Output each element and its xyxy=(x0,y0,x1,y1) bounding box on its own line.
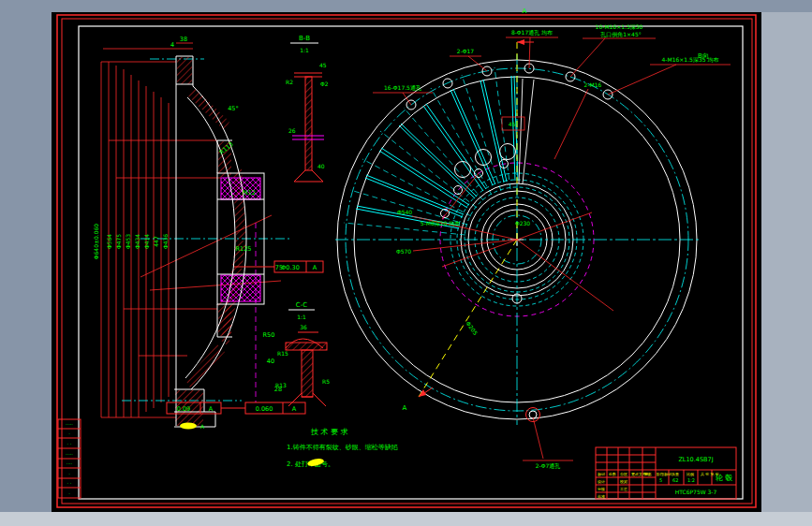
section-letter: A xyxy=(403,404,407,412)
dim-label: Φ230 xyxy=(515,220,530,226)
dim-label: Φ414 xyxy=(143,234,150,249)
section-title: C-C xyxy=(296,301,307,309)
dim-label: R50 xyxy=(263,331,275,339)
dim-label: R5 xyxy=(322,378,330,385)
hole-note: 4-M16×1.5深35 均布 xyxy=(662,56,719,63)
fcf-datum: A xyxy=(209,405,214,413)
dim-label: 45° xyxy=(228,105,239,112)
fcf-datum: A xyxy=(292,405,297,413)
dim-label: 26 xyxy=(288,127,296,134)
tb-scale: 1:2 xyxy=(687,477,695,483)
rev-row: ····· xyxy=(66,451,73,457)
hole-note: 2-M16 xyxy=(584,81,602,88)
dim-label: 40 xyxy=(317,163,325,169)
section-scale: 1:1 xyxy=(300,47,309,53)
dim-label: R2 xyxy=(286,79,293,85)
hole-note: 16-Φ17.5通孔 xyxy=(384,84,421,92)
dim-label: 4 xyxy=(170,41,174,49)
tb-field: 批准 xyxy=(598,494,605,499)
drawing-code: HTC6P75W 3-7 xyxy=(675,489,717,495)
dim-label: Φ570 xyxy=(396,248,411,255)
section-title: B-B xyxy=(299,35,310,42)
tb-field: 设计 xyxy=(598,479,605,484)
section-letter: A xyxy=(523,7,527,15)
tb-mass: 62 xyxy=(672,477,678,483)
hole-note: 2-Φ7通孔 xyxy=(536,462,561,470)
dim-label: 447 xyxy=(153,236,159,247)
dim-label: 38 xyxy=(180,36,187,43)
tb-field: 分区 xyxy=(620,472,627,476)
rev-row: ···· xyxy=(66,460,73,466)
drawing-number: ZL10.4SB7J xyxy=(678,456,713,463)
tb-field: 处数 xyxy=(609,472,616,476)
tb-field: 审核 xyxy=(598,487,605,491)
rev-row: · · xyxy=(67,441,72,446)
hole-note: 2-Φ17 xyxy=(457,48,475,54)
fcf-value: 0.09 xyxy=(177,405,190,413)
hole-note: 10-M16×1.5深30 xyxy=(596,23,643,30)
dim-label: R15 xyxy=(277,350,288,357)
hole-note: 8-Φ17通孔 均布 xyxy=(511,29,553,37)
tb-field: 签名 xyxy=(644,472,652,476)
fcf-value: Φ0.30 xyxy=(281,264,300,271)
dim-label: Φ540 xyxy=(397,209,412,215)
dim-label: Φ436 xyxy=(162,234,169,249)
dim-label: R125 xyxy=(236,245,252,253)
dim-label: Φ2 xyxy=(320,80,329,87)
hole-note: 5-M8深20 均布 xyxy=(421,220,461,226)
dim-label: 45° xyxy=(509,121,519,127)
datum-symbol: A xyxy=(180,423,205,431)
cad-viewport[interactable]: Φ640±0.060 Φ564 Φ475 Φ453 Φ434 Φ414 447 … xyxy=(0,0,812,526)
notes-item: 1.铸件不得有裂纹、砂眼、缩松等缺陷 xyxy=(287,444,398,451)
hole-note: 孔口倒角1×45° xyxy=(600,31,641,38)
notes-title: 技 术 要 求 xyxy=(310,428,348,436)
dim-label: 45 xyxy=(319,62,327,68)
cad-drawing: Φ640±0.060 Φ564 Φ475 Φ453 Φ434 Φ414 447 … xyxy=(0,0,812,526)
dim-label: Φ564 xyxy=(106,234,112,249)
dim-label: 40 xyxy=(267,358,274,365)
dim-label: 36 xyxy=(300,324,307,330)
dim-label: Φ453 xyxy=(125,234,131,249)
dim-label: R13 xyxy=(275,382,287,388)
tb-sheet: 5 xyxy=(659,477,662,483)
dim-label: M12 xyxy=(243,189,256,197)
tb-field: 校对 xyxy=(619,479,627,484)
tb-field: 质量 xyxy=(672,472,679,476)
tb-field: 工艺 xyxy=(620,487,627,491)
rev-row: ····· xyxy=(66,421,73,427)
fcf-value: 0.060 xyxy=(256,405,273,413)
dim-label: Φ640±0.060 xyxy=(93,224,99,260)
section-scale: 1:1 xyxy=(297,314,306,320)
fcf-datum: A xyxy=(313,264,317,271)
dim-label: Φ475 xyxy=(115,234,122,249)
tb-field: 共 张 第 张 xyxy=(701,472,719,476)
dim-label: Φ434 xyxy=(134,234,140,249)
rev-row: · · xyxy=(67,480,72,486)
